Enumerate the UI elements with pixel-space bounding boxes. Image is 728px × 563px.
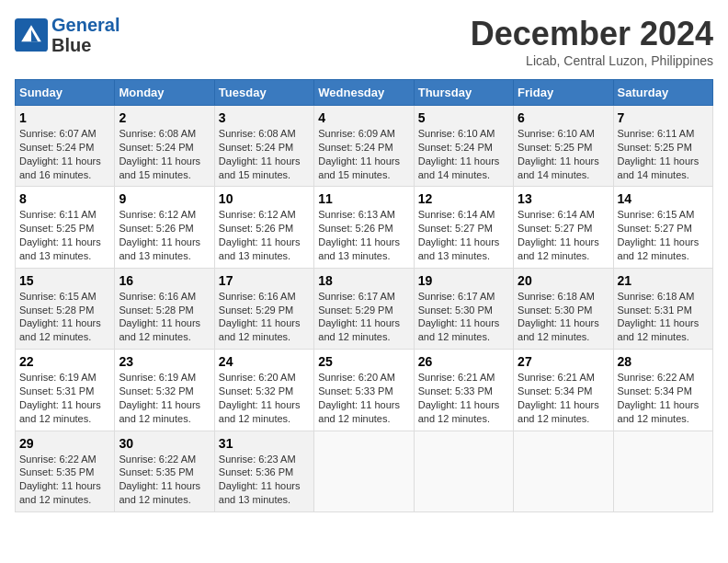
day-number: 6 bbox=[518, 110, 609, 125]
day-number: 26 bbox=[418, 354, 509, 369]
week-row-1: 1Sunrise: 6:07 AMSunset: 5:24 PMDaylight… bbox=[16, 106, 713, 187]
day-detail: Sunrise: 6:12 AMSunset: 5:26 PMDaylight:… bbox=[119, 209, 200, 261]
day-detail: Sunrise: 6:15 AMSunset: 5:27 PMDaylight:… bbox=[618, 209, 700, 261]
day-detail: Sunrise: 6:17 AMSunset: 5:30 PMDaylight:… bbox=[418, 291, 500, 343]
day-number: 23 bbox=[119, 354, 210, 369]
calendar-cell: 20Sunrise: 6:18 AMSunset: 5:30 PMDayligh… bbox=[514, 268, 613, 349]
calendar-cell: 30Sunrise: 6:22 AMSunset: 5:35 PMDayligh… bbox=[115, 431, 214, 511]
calendar-cell: 22Sunrise: 6:19 AMSunset: 5:31 PMDayligh… bbox=[16, 350, 115, 431]
calendar-cell: 7Sunrise: 6:11 AMSunset: 5:25 PMDaylight… bbox=[613, 106, 712, 187]
day-detail: Sunrise: 6:22 AMSunset: 5:35 PMDaylight:… bbox=[19, 454, 101, 506]
calendar-cell: 13Sunrise: 6:14 AMSunset: 5:27 PMDayligh… bbox=[514, 187, 613, 268]
day-number: 14 bbox=[618, 191, 709, 206]
day-detail: Sunrise: 6:20 AMSunset: 5:32 PMDaylight:… bbox=[219, 372, 301, 424]
day-number: 28 bbox=[618, 354, 709, 369]
calendar-cell: 12Sunrise: 6:14 AMSunset: 5:27 PMDayligh… bbox=[414, 187, 513, 268]
month-title: December 2024 bbox=[471, 15, 713, 53]
day-number: 16 bbox=[119, 273, 210, 288]
day-detail: Sunrise: 6:19 AMSunset: 5:31 PMDaylight:… bbox=[19, 372, 101, 424]
calendar-cell: 11Sunrise: 6:13 AMSunset: 5:26 PMDayligh… bbox=[314, 187, 414, 268]
logo: General Blue bbox=[15, 15, 119, 55]
calendar-cell: 18Sunrise: 6:17 AMSunset: 5:29 PMDayligh… bbox=[314, 268, 414, 349]
calendar-cell: 23Sunrise: 6:19 AMSunset: 5:32 PMDayligh… bbox=[115, 350, 214, 431]
day-number: 4 bbox=[318, 110, 409, 125]
day-number: 19 bbox=[418, 273, 509, 288]
day-number: 12 bbox=[418, 191, 509, 206]
calendar-cell: 17Sunrise: 6:16 AMSunset: 5:29 PMDayligh… bbox=[214, 268, 313, 349]
calendar-cell: 27Sunrise: 6:21 AMSunset: 5:34 PMDayligh… bbox=[514, 350, 613, 431]
day-detail: Sunrise: 6:12 AMSunset: 5:26 PMDaylight:… bbox=[219, 209, 301, 261]
day-number: 21 bbox=[618, 273, 709, 288]
day-detail: Sunrise: 6:16 AMSunset: 5:28 PMDaylight:… bbox=[119, 291, 200, 343]
weekday-header-thursday: Thursday bbox=[414, 80, 513, 106]
day-detail: Sunrise: 6:20 AMSunset: 5:33 PMDaylight:… bbox=[318, 372, 400, 424]
weekday-header-wednesday: Wednesday bbox=[314, 80, 414, 106]
day-detail: Sunrise: 6:22 AMSunset: 5:34 PMDaylight:… bbox=[618, 372, 700, 424]
calendar-cell: 10Sunrise: 6:12 AMSunset: 5:26 PMDayligh… bbox=[214, 187, 313, 268]
day-number: 22 bbox=[19, 354, 110, 369]
calendar-cell bbox=[613, 431, 712, 511]
day-number: 15 bbox=[19, 273, 110, 288]
calendar-cell: 16Sunrise: 6:16 AMSunset: 5:28 PMDayligh… bbox=[115, 268, 214, 349]
calendar-cell: 25Sunrise: 6:20 AMSunset: 5:33 PMDayligh… bbox=[314, 350, 414, 431]
weekday-header-row: SundayMondayTuesdayWednesdayThursdayFrid… bbox=[16, 80, 713, 106]
day-number: 1 bbox=[19, 110, 110, 125]
calendar-cell: 15Sunrise: 6:15 AMSunset: 5:28 PMDayligh… bbox=[16, 268, 115, 349]
calendar-cell: 4Sunrise: 6:09 AMSunset: 5:24 PMDaylight… bbox=[314, 106, 414, 187]
day-detail: Sunrise: 6:23 AMSunset: 5:36 PMDaylight:… bbox=[219, 454, 301, 506]
day-detail: Sunrise: 6:10 AMSunset: 5:25 PMDaylight:… bbox=[518, 128, 599, 180]
logo-icon bbox=[15, 18, 48, 52]
calendar-cell: 1Sunrise: 6:07 AMSunset: 5:24 PMDaylight… bbox=[16, 106, 115, 187]
day-detail: Sunrise: 6:17 AMSunset: 5:29 PMDaylight:… bbox=[318, 291, 400, 343]
day-number: 11 bbox=[318, 191, 409, 206]
page-header: General Blue December 2024 Licab, Centra… bbox=[15, 15, 713, 68]
day-detail: Sunrise: 6:22 AMSunset: 5:35 PMDaylight:… bbox=[119, 454, 200, 506]
day-detail: Sunrise: 6:18 AMSunset: 5:31 PMDaylight:… bbox=[618, 291, 700, 343]
calendar-cell: 26Sunrise: 6:21 AMSunset: 5:33 PMDayligh… bbox=[414, 350, 513, 431]
weekday-header-saturday: Saturday bbox=[613, 80, 712, 106]
day-detail: Sunrise: 6:21 AMSunset: 5:33 PMDaylight:… bbox=[418, 372, 500, 424]
day-detail: Sunrise: 6:11 AMSunset: 5:25 PMDaylight:… bbox=[618, 128, 700, 180]
day-number: 25 bbox=[318, 354, 409, 369]
week-row-5: 29Sunrise: 6:22 AMSunset: 5:35 PMDayligh… bbox=[16, 431, 713, 511]
day-number: 30 bbox=[119, 436, 210, 451]
week-row-2: 8Sunrise: 6:11 AMSunset: 5:25 PMDaylight… bbox=[16, 187, 713, 268]
calendar-cell: 31Sunrise: 6:23 AMSunset: 5:36 PMDayligh… bbox=[214, 431, 313, 511]
day-number: 20 bbox=[518, 273, 609, 288]
week-row-4: 22Sunrise: 6:19 AMSunset: 5:31 PMDayligh… bbox=[16, 350, 713, 431]
calendar-cell: 6Sunrise: 6:10 AMSunset: 5:25 PMDaylight… bbox=[514, 106, 613, 187]
day-detail: Sunrise: 6:13 AMSunset: 5:26 PMDaylight:… bbox=[318, 209, 400, 261]
day-number: 3 bbox=[219, 110, 310, 125]
day-number: 31 bbox=[219, 436, 310, 451]
day-detail: Sunrise: 6:07 AMSunset: 5:24 PMDaylight:… bbox=[19, 128, 101, 180]
weekday-header-tuesday: Tuesday bbox=[214, 80, 313, 106]
day-detail: Sunrise: 6:15 AMSunset: 5:28 PMDaylight:… bbox=[19, 291, 101, 343]
day-detail: Sunrise: 6:21 AMSunset: 5:34 PMDaylight:… bbox=[518, 372, 599, 424]
calendar-cell bbox=[514, 431, 613, 511]
calendar-cell: 9Sunrise: 6:12 AMSunset: 5:26 PMDaylight… bbox=[115, 187, 214, 268]
day-number: 8 bbox=[19, 191, 110, 206]
title-block: December 2024 Licab, Central Luzon, Phil… bbox=[471, 15, 713, 68]
day-detail: Sunrise: 6:18 AMSunset: 5:30 PMDaylight:… bbox=[518, 291, 599, 343]
weekday-header-sunday: Sunday bbox=[16, 80, 115, 106]
day-detail: Sunrise: 6:16 AMSunset: 5:29 PMDaylight:… bbox=[219, 291, 301, 343]
day-detail: Sunrise: 6:14 AMSunset: 5:27 PMDaylight:… bbox=[518, 209, 599, 261]
calendar-cell: 28Sunrise: 6:22 AMSunset: 5:34 PMDayligh… bbox=[613, 350, 712, 431]
calendar-cell: 21Sunrise: 6:18 AMSunset: 5:31 PMDayligh… bbox=[613, 268, 712, 349]
day-number: 5 bbox=[418, 110, 509, 125]
day-number: 7 bbox=[618, 110, 709, 125]
location: Licab, Central Luzon, Philippines bbox=[471, 53, 713, 68]
day-number: 29 bbox=[19, 436, 110, 451]
day-detail: Sunrise: 6:19 AMSunset: 5:32 PMDaylight:… bbox=[119, 372, 200, 424]
day-detail: Sunrise: 6:09 AMSunset: 5:24 PMDaylight:… bbox=[318, 128, 400, 180]
day-number: 24 bbox=[219, 354, 310, 369]
day-number: 27 bbox=[518, 354, 609, 369]
calendar-cell: 29Sunrise: 6:22 AMSunset: 5:35 PMDayligh… bbox=[16, 431, 115, 511]
calendar-table: SundayMondayTuesdayWednesdayThursdayFrid… bbox=[15, 79, 713, 512]
calendar-cell: 24Sunrise: 6:20 AMSunset: 5:32 PMDayligh… bbox=[214, 350, 313, 431]
logo-text: General Blue bbox=[51, 15, 119, 55]
calendar-cell: 14Sunrise: 6:15 AMSunset: 5:27 PMDayligh… bbox=[613, 187, 712, 268]
day-detail: Sunrise: 6:10 AMSunset: 5:24 PMDaylight:… bbox=[418, 128, 500, 180]
day-number: 9 bbox=[119, 191, 210, 206]
calendar-cell: 5Sunrise: 6:10 AMSunset: 5:24 PMDaylight… bbox=[414, 106, 513, 187]
